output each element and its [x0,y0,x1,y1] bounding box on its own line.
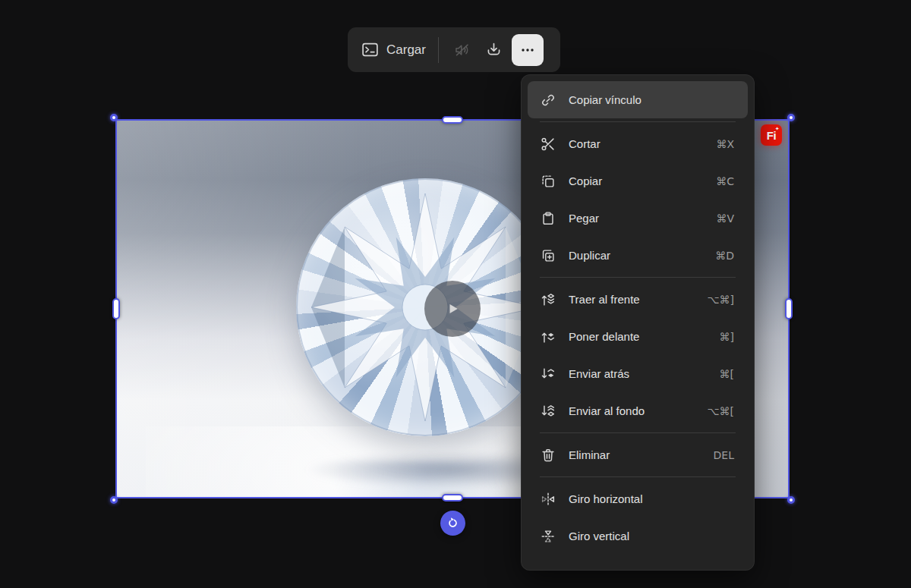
menu-item-shortcut: DEL [714,449,734,461]
menu-item-shortcut: ⌘] [720,331,734,343]
menu-item-cut[interactable]: Cortar ⌘X [528,125,748,162]
menu-item-shortcut: ⌘V [716,212,734,225]
menu-item-shortcut: ⌘[ [720,368,734,380]
duplicate-icon [540,247,556,264]
menu-item-label: Enviar atrás [569,367,708,380]
menu-item-bring-forward[interactable]: Poner delante ⌘] [528,318,748,355]
menu-item-label: Cortar [569,137,704,150]
menu-item-delete[interactable]: Eliminar DEL [528,436,748,473]
context-menu: Copiar vínculo Cortar ⌘X Copiar ⌘C [521,74,755,571]
menu-item-label: Pegar [569,212,704,225]
resize-handle-bottom[interactable] [442,494,463,502]
menu-item-label: Enviar al fondo [569,404,695,417]
menu-item-send-backward[interactable]: Enviar atrás ⌘[ [528,355,748,392]
menu-item-label: Copiar [569,175,704,187]
menu-divider [540,476,736,477]
menu-item-label: Duplicar [569,249,703,262]
resize-handle-bottom-left[interactable] [110,496,118,504]
menu-item-label: Giro horizontal [569,492,722,505]
floating-toolbar: Cargar [348,27,560,72]
menu-divider [540,277,736,278]
resize-handle-right[interactable] [785,298,793,319]
menu-item-duplicate[interactable]: Duplicar ⌘D [528,237,748,274]
resize-handle-top-right[interactable] [787,114,795,121]
menu-item-label: Copiar vínculo [569,93,722,106]
download-icon [484,40,503,59]
bring-to-front-icon [540,291,556,308]
link-icon [540,92,556,108]
menu-item-label: Traer al frente [569,293,695,306]
menu-item-shortcut: ⌘D [715,250,734,262]
send-backward-icon [540,366,556,382]
menu-item-send-to-back[interactable]: Enviar al fondo ⌥⌘[ [528,392,748,429]
resize-handle-top[interactable] [442,116,463,124]
menu-item-paste[interactable]: Pegar ⌘V [528,200,748,237]
menu-item-copy-link[interactable]: Copiar vínculo [528,81,748,118]
scissors-icon [540,136,556,153]
editor-canvas: { "app": { "canvas_bg": "#101011", "acce… [0,0,911,588]
menu-item-flip-horizontal[interactable]: Giro horizontal [528,480,748,517]
muted-audio-icon [453,41,471,59]
menu-item-shortcut: ⌥⌘[ [707,405,734,417]
resize-handle-top-left[interactable] [110,114,118,121]
toolbar-divider [438,37,439,63]
resize-handle-left[interactable] [112,298,120,319]
load-button-label: Cargar [386,42,426,58]
flip-vertical-icon [540,528,556,545]
menu-item-label: Poner delante [569,330,708,343]
clipboard-icon [540,210,556,227]
resize-handle-bottom-right[interactable] [787,496,795,504]
rotate-ccw-icon [446,516,460,530]
rotate-handle[interactable] [440,511,465,536]
menu-item-flip-vertical[interactable]: Giro vertical [528,517,748,555]
download-button[interactable] [478,34,510,66]
menu-item-shortcut: ⌘C [716,175,734,187]
more-options-button[interactable] [512,34,544,66]
flip-horizontal-icon [540,491,556,508]
menu-item-label: Eliminar [569,448,701,461]
copy-icon [540,173,556,190]
menu-item-bring-to-front[interactable]: Traer al frente ⌥⌘] [528,281,748,318]
firefly-badge: Fi ✦ [761,124,782,146]
mute-button[interactable] [446,34,478,66]
menu-item-shortcut: ⌥⌘] [707,294,734,306]
menu-item-copy[interactable]: Copiar ⌘C [528,162,748,200]
menu-divider [540,121,736,122]
send-to-back-icon [540,403,556,420]
more-options-icon [519,41,537,59]
menu-item-label: Giro vertical [569,530,722,542]
terminal-prompt-icon [361,40,380,59]
bring-forward-icon [540,329,556,345]
menu-divider [540,432,736,433]
sparkle-icon: ✦ [775,126,779,131]
load-button[interactable]: Cargar [353,34,433,65]
menu-item-shortcut: ⌘X [716,138,734,150]
trash-icon [540,447,556,464]
